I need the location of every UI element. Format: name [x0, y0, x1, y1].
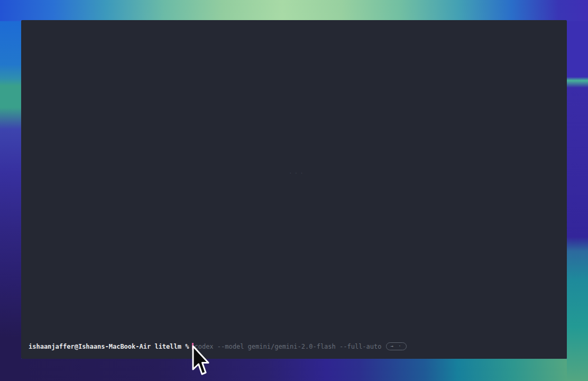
wallpaper-right-band	[567, 21, 588, 381]
text-caret	[192, 343, 194, 350]
desktop: ··· ishaanjaffer@Ishaans-MacBook-Air lit…	[0, 0, 588, 381]
wallpaper-bottom-band	[21, 359, 567, 381]
terminal-window[interactable]: ··· ishaanjaffer@Ishaans-MacBook-Air lit…	[21, 20, 567, 359]
command-suggestion: codex --model gemini/gemini-2.0-flash --…	[194, 343, 381, 350]
prompt-symbol: %	[185, 343, 189, 350]
wallpaper-top-band	[0, 0, 588, 21]
prompt-user-host: ishaanjaffer@Ishaans-MacBook-Air	[29, 343, 151, 350]
prompt-directory: litellm	[154, 343, 181, 350]
wallpaper-left-band	[0, 21, 21, 381]
loading-dots: ···	[289, 170, 306, 177]
shell-prompt-line[interactable]: ishaanjaffer@Ishaans-MacBook-Air litellm…	[29, 342, 407, 351]
accept-suggestion-key-hint: → ·	[386, 342, 406, 350]
